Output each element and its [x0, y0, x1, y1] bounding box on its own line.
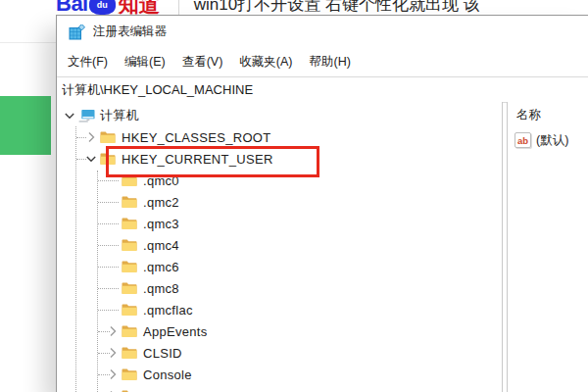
string-value-icon: ab: [514, 132, 531, 148]
tree-item-label: Control Panel: [143, 389, 224, 392]
menu-item[interactable]: 文件(F): [68, 54, 108, 71]
chevron-right-icon[interactable]: [103, 387, 122, 392]
header-divider: [178, 0, 179, 15]
tree-connector: [103, 236, 122, 254]
value-list-panel: 名称 ab(默认): [507, 102, 588, 392]
tree-item-label: .qmc0: [143, 173, 179, 188]
window-body: 计算机 HKEY_CLASSES_ROOT HKEY_CURRENT_USER …: [57, 102, 588, 392]
tree-connector: [103, 172, 122, 189]
baidu-paw-icon[interactable]: du: [89, 0, 116, 15]
tree-item-qmc4[interactable]: .qmc4: [57, 234, 502, 256]
page-divider-line: [0, 42, 59, 43]
tree-item-label: .qmc4: [143, 238, 179, 253]
menu-item[interactable]: 收藏夹(A): [239, 54, 292, 71]
tree-connector: [103, 301, 122, 318]
tree-item-qmcflac[interactable]: .qmcflac: [57, 299, 502, 320]
tree-item-label: 计算机: [100, 107, 139, 124]
address-input[interactable]: [57, 77, 588, 102]
tree-item-qmc6[interactable]: .qmc6: [57, 256, 502, 277]
tree-item-label: .qmc8: [143, 281, 179, 296]
tree-item-label: .qmc2: [143, 195, 179, 210]
tree-connector: [103, 279, 122, 297]
tree-connector: [103, 258, 122, 275]
folder-icon: [122, 238, 138, 252]
tree-item-计算机[interactable]: 计算机: [57, 105, 502, 126]
zhidao-logo-text[interactable]: 知道: [119, 0, 160, 15]
tree-item-appevents[interactable]: AppEvents: [57, 320, 502, 342]
column-header-name[interactable]: 名称: [508, 102, 588, 130]
tree-item-label: HKEY_CLASSES_ROOT: [122, 130, 271, 145]
chevron-right-icon[interactable]: [81, 128, 100, 146]
chevron-down-icon[interactable]: [81, 150, 100, 168]
folder-icon: [122, 303, 138, 317]
question-title: win10打不开设置 右键个性化就出现 该: [194, 0, 480, 15]
folder-icon: [122, 368, 138, 381]
tree-connector: [103, 215, 122, 232]
tree-item-label: Console: [143, 368, 192, 382]
tree-item-control-panel[interactable]: Control Panel: [57, 385, 502, 392]
value-row[interactable]: ab(默认): [508, 130, 588, 150]
tree-item-label: .qmc3: [143, 217, 179, 231]
registry-tree: 计算机 HKEY_CLASSES_ROOT HKEY_CURRENT_USER …: [57, 102, 502, 392]
chevron-right-icon[interactable]: [103, 366, 122, 383]
menu-item[interactable]: 查看(V): [182, 54, 223, 71]
chevron-down-icon[interactable]: [60, 107, 78, 124]
folder-icon: [122, 281, 138, 295]
address-bar: [57, 76, 588, 103]
tree-item-clsid[interactable]: CLSID: [57, 342, 502, 364]
tree-item-qmc0[interactable]: .qmc0: [57, 170, 502, 191]
tree-connector: [103, 193, 122, 211]
tree-item-label: AppEvents: [143, 324, 208, 339]
tree-item-qmc3[interactable]: .qmc3: [57, 213, 502, 234]
tree-item-qmc8[interactable]: .qmc8: [57, 277, 502, 299]
tree-item-qmc2[interactable]: .qmc2: [57, 191, 502, 213]
folder-icon: [122, 346, 138, 360]
tree-item-hkey-classes-root[interactable]: HKEY_CLASSES_ROOT: [57, 126, 502, 148]
tree-panel: 计算机 HKEY_CLASSES_ROOT HKEY_CURRENT_USER …: [57, 102, 503, 392]
menu-item[interactable]: 帮助(H): [309, 54, 350, 71]
value-name: (默认): [536, 132, 568, 149]
chevron-right-icon[interactable]: [103, 344, 122, 362]
menu-item[interactable]: 编辑(E): [124, 54, 166, 71]
baidu-paw-du-text: du: [97, 0, 108, 10]
folder-icon: [122, 260, 138, 273]
tree-item-console[interactable]: Console: [57, 364, 502, 385]
folder-icon: [122, 324, 138, 338]
window-title: 注册表编辑器: [93, 24, 167, 40]
tree-item-label: HKEY_CURRENT_USER: [122, 152, 273, 167]
folder-icon: [100, 152, 117, 166]
green-panel: [0, 96, 51, 155]
baidu-logo-text[interactable]: Bai: [56, 0, 88, 15]
computer-icon: [78, 109, 95, 123]
registry-editor-window: 注册表编辑器 文件(F)编辑(E)查看(V)收藏夹(A)帮助(H) 计算机 HK…: [56, 15, 588, 392]
tree-item-label: .qmc6: [143, 260, 179, 274]
window-titlebar[interactable]: 注册表编辑器: [57, 16, 588, 48]
value-list: ab(默认): [508, 130, 588, 150]
folder-icon: [100, 130, 117, 144]
site-header-content: Bai du 知道 win10打不开设置 右键个性化就出现 该: [0, 0, 588, 15]
tree-item-label: CLSID: [143, 346, 182, 361]
folder-icon: [122, 195, 138, 209]
registry-editor-icon: [69, 24, 85, 40]
chevron-right-icon[interactable]: [103, 322, 122, 340]
menu-bar: 文件(F)编辑(E)查看(V)收藏夹(A)帮助(H): [57, 48, 588, 76]
folder-icon: [122, 217, 138, 230]
tree-item-hkey-current-user[interactable]: HKEY_CURRENT_USER: [57, 148, 502, 170]
folder-icon: [122, 173, 138, 187]
tree-item-label: .qmcflac: [143, 303, 193, 318]
site-header: Bai du 知道 win10打不开设置 右键个性化就出现 该: [0, 0, 588, 15]
